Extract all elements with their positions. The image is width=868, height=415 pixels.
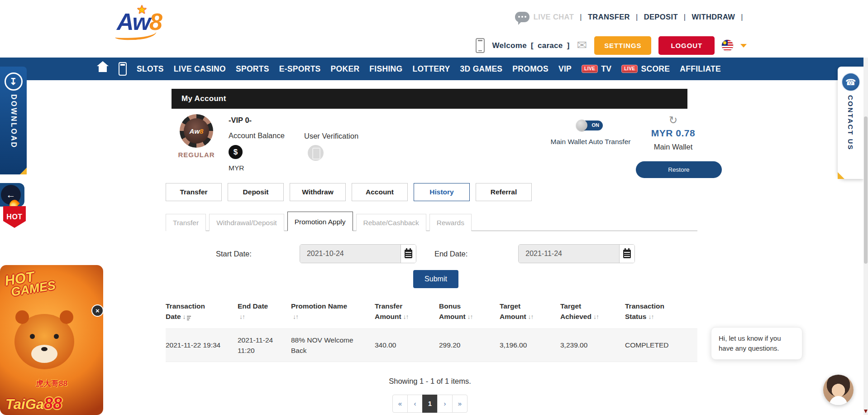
wallet-label: Main Wallet [627,143,720,151]
pagination-last[interactable]: » [452,395,467,413]
logo-text-8: 8 [149,9,162,35]
cell-target-achieved: 3,239.00 [560,328,625,362]
malaysia-flag-icon[interactable] [722,40,733,51]
tab-withdraw[interactable]: Withdraw [290,183,346,201]
subtab-rebate-cashback[interactable]: Rebate/Cashback [356,214,426,231]
separator [636,13,638,21]
verification-phone-icon[interactable] [308,145,324,161]
refresh-icon[interactable] [669,115,677,125]
contact-phone-icon [841,72,860,92]
wallet-amount: MYR 0.78 [627,128,720,139]
submit-button[interactable]: Submit [413,270,458,288]
col-transaction-date[interactable]: Transaction Date [166,301,238,328]
chat-prompt-bubble[interactable]: Hi, let us know if you have any question… [711,327,802,360]
cell-promotion-name: 88% NOV Welcome Back [291,328,375,362]
pagination-next[interactable]: › [437,395,453,413]
nav-item-slots[interactable]: SLOTS [137,64,164,74]
subtab-promotion-apply[interactable]: Promotion Apply [287,212,353,231]
nav-item-fishing[interactable]: FISHING [369,64,402,74]
main-content: My Account Aw8 REGULAR -VIP 0- Account B… [161,89,726,413]
nav-item-3d-games[interactable]: 3D GAMES [460,64,503,74]
home-icon[interactable] [97,66,109,75]
nav-item-vip[interactable]: VIP [558,64,572,74]
nav-item-poker[interactable]: POKER [331,64,360,74]
tab-account[interactable]: Account [352,183,408,201]
nav-item-lottery[interactable]: LOTTERY [412,64,450,74]
contact-us-tab[interactable]: CONTACT US [838,67,863,179]
sort-icon [648,313,653,320]
col-target-amount[interactable]: Target Amount [500,301,560,328]
aw8-logo[interactable]: Aw8 [117,8,198,46]
poker-chip-avatar: Aw8 [180,114,213,148]
cell-transaction-date: 2021-11-22 19:34 [166,328,238,362]
nav-item-score[interactable]: LIVESCORE [621,64,670,74]
sort-icon [293,313,298,320]
separator [580,13,582,21]
tiger-mascot [14,314,74,369]
scrollbar-track[interactable] [863,58,868,415]
tab-transfer[interactable]: Transfer [166,183,222,201]
subtab-withdrawal-deposit[interactable]: Withdrawal/Deposit [209,214,284,231]
nav-item-e-sports[interactable]: E-SPORTS [279,64,321,74]
currency-label: MYR [229,164,244,172]
wallet-block: MYR 0.78 Main Wallet [627,115,720,151]
mobile-icon[interactable] [119,62,127,76]
col-bonus-amount[interactable]: Bonus Amount [439,301,500,328]
col-end-date[interactable]: End Date [238,301,291,328]
scrollbar-arrow-down[interactable] [864,410,868,413]
pagination-page-1[interactable]: 1 [422,395,438,413]
deposit-link[interactable]: DEPOSIT [644,13,678,21]
envelope-icon[interactable] [577,39,587,52]
live-badge: LIVE [582,65,598,73]
calendar-icon [405,250,412,258]
tab-referral[interactable]: Referral [476,183,532,201]
chat-bubble-icon [515,12,529,22]
start-date-input[interactable] [300,245,401,263]
download-tab[interactable]: DOWNLOAD [0,67,27,174]
main-navbar: SLOTS LIVE CASINO SPORTS E-SPORTS POKER … [0,58,868,80]
tier-label: REGULAR [172,151,221,159]
col-transaction-status[interactable]: Transaction Status [625,301,697,328]
welcome-text: Welcome [ carace ] [492,41,569,50]
page-title: My Account [172,89,687,109]
nav-item-affiliate[interactable]: AFFILIATE [680,64,721,74]
promo-title: HOT GAMES [4,267,56,299]
transfer-link[interactable]: TRANSFER [588,13,630,21]
history-subtabs: Transfer Withdrawal/Deposit Promotion Ap… [166,211,697,231]
settings-button[interactable]: SETTINGS [594,36,651,55]
subtab-rewards[interactable]: Rewards [429,214,472,231]
contact-us-label: CONTACT US [847,95,854,150]
live-badge: LIVE [621,65,638,73]
hot-badge[interactable]: HOT [3,206,26,228]
scrollbar-thumb[interactable] [864,116,868,264]
col-target-achieved[interactable]: Target Achieved [560,301,625,328]
end-date-input[interactable] [519,245,620,263]
table-header-row: Transaction Date End Date Promotion Name… [166,301,697,328]
close-icon[interactable]: × [91,304,104,317]
nav-item-tv[interactable]: LIVETV [582,64,611,74]
col-transfer-amount[interactable]: Transfer Amount [375,301,439,328]
end-date-calendar-button[interactable] [620,245,634,263]
nav-item-live-casino[interactable]: LIVE CASINO [174,64,226,74]
live-chat-link[interactable]: LIVE CHAT [515,12,574,22]
nav-item-sports[interactable]: SPORTS [236,64,269,74]
withdraw-link[interactable]: WITHDRAW [692,13,735,21]
hot-games-promo[interactable]: HOT GAMES 虎大哥88 TaiGa88 × [0,265,103,415]
star-icon [137,3,147,17]
live-chat-label: LIVE CHAT [534,13,574,21]
start-date-label: Start Date: [216,250,252,258]
chevron-down-icon[interactable] [740,44,747,48]
tab-history[interactable]: History [414,183,470,201]
start-date-calendar-button[interactable] [401,245,416,263]
subtab-transfer[interactable]: Transfer [166,214,206,231]
pagination-prev[interactable]: ‹ [407,395,423,413]
tab-deposit[interactable]: Deposit [228,183,284,201]
nav-item-promos[interactable]: PROMOS [512,64,548,74]
restore-button[interactable]: Restore [636,161,722,178]
auto-transfer-toggle[interactable]: ON [578,121,603,130]
logout-button[interactable]: LOGOUT [658,36,715,55]
col-promotion-name[interactable]: Promotion Name [291,301,375,328]
support-avatar[interactable] [823,375,854,405]
pagination-first[interactable]: « [392,395,408,413]
toggle-knob [576,120,587,131]
